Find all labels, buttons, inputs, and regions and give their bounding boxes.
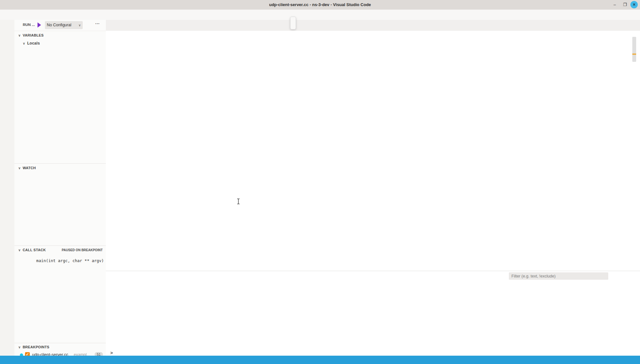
scrollbar-warning-mark — [632, 54, 636, 55]
minimize-icon[interactable]: – — [612, 2, 618, 7]
window-title: udp-client-server.cc - ns-3-dev - Visual… — [0, 0, 640, 10]
console-filter-input[interactable] — [509, 272, 608, 280]
call-stack-section-header[interactable]: ∨CALL STACK — [18, 248, 46, 252]
debug-sidebar: RUN ... No Configural ∨ ··· ∨VARIABLES ∨… — [14, 20, 106, 356]
activity-bar — [0, 20, 15, 356]
status-bar — [0, 356, 640, 364]
chevron-down-icon: ∨ — [18, 34, 21, 37]
chevron-down-icon: ∨ — [79, 21, 81, 29]
debug-config-dropdown[interactable]: No Configural ∨ — [45, 21, 83, 29]
start-debug-icon[interactable] — [38, 22, 41, 28]
debug-console-output[interactable] — [106, 281, 640, 350]
minimap[interactable] — [597, 37, 630, 125]
bottom-panel: > — [106, 271, 640, 356]
title-bar: udp-client-server.cc - ns-3-dev - Visual… — [0, 0, 640, 10]
call-stack-frame[interactable]: main(int argc, char ** argv) u. — [27, 253, 114, 268]
console-prompt: > — [110, 350, 113, 355]
debug-toolbar — [290, 17, 296, 29]
text-cursor-pointer — [237, 198, 240, 204]
code-editor[interactable] — [106, 39, 640, 271]
variables-section-header[interactable]: ∨VARIABLES — [18, 33, 44, 37]
paused-on-breakpoint-badge: PAUSED ON BREAKPOINT — [62, 248, 103, 252]
chevron-down-icon: ∨ — [18, 345, 21, 349]
editor-scrollbar[interactable] — [632, 37, 636, 62]
breadcrumb — [106, 31, 640, 39]
close-window-icon[interactable]: × — [630, 1, 638, 8]
run-panel-header: RUN ... No Configural ∨ ··· — [14, 20, 106, 31]
menu-bar — [0, 10, 640, 20]
chevron-down-icon: ∨ — [18, 248, 21, 252]
run-label: RUN ... — [23, 23, 35, 27]
locals-scope[interactable]: ∨Locals — [23, 41, 40, 46]
watch-section-header[interactable]: ∨WATCH — [18, 166, 36, 170]
more-actions-icon[interactable]: ··· — [95, 21, 100, 26]
editor-tab-bar — [106, 20, 640, 31]
config-dropdown-label: No Configural — [47, 21, 71, 29]
breakpoints-section-header[interactable]: ∨BREAKPOINTS — [18, 345, 49, 349]
chevron-down-icon: ∨ — [23, 42, 25, 45]
console-input-row[interactable]: > — [106, 350, 640, 356]
chevron-down-icon: ∨ — [18, 166, 21, 170]
restore-icon[interactable]: ❐ — [622, 2, 628, 7]
